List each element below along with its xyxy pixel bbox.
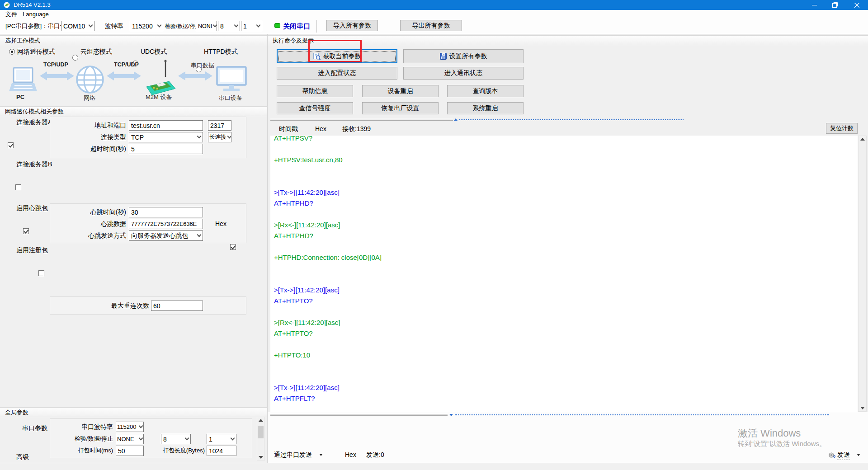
- query-signal-button[interactable]: 查信号强度: [277, 102, 353, 114]
- log-top-splitter[interactable]: [270, 119, 453, 121]
- log-line: [274, 274, 858, 285]
- baud-select[interactable]: 115200: [130, 21, 163, 31]
- server-b-label: 连接服务器B: [16, 159, 52, 169]
- factory-reset-button[interactable]: 恢复出厂设置: [362, 102, 439, 114]
- register-label: 启用注册包: [16, 245, 48, 255]
- reconnect-input[interactable]: [151, 301, 203, 311]
- activate-windows-watermark: 激活 Windows: [738, 427, 801, 440]
- send-icon[interactable]: [828, 451, 835, 459]
- parity-select[interactable]: NONI: [196, 21, 217, 31]
- heartbeat-checkbox[interactable]: [23, 228, 29, 234]
- log-line: AT+HTPTO?: [274, 296, 858, 306]
- radio-cloud-mode[interactable]: [72, 55, 78, 61]
- heartbeat-hex-checkbox[interactable]: [230, 244, 236, 250]
- system-reboot-button[interactable]: 系统重启: [447, 102, 524, 114]
- close-serial-button[interactable]: 关闭串口: [283, 22, 310, 31]
- log-line: AT+HTPHD?: [274, 198, 858, 209]
- databits-select[interactable]: 8: [218, 21, 240, 31]
- arrow-m2m-serial: [178, 70, 212, 81]
- log-area[interactable]: AT+HTPSV? +HTPSV:test.usr.cn,80 >[Tx->][…: [270, 136, 858, 412]
- pack-time-input[interactable]: [116, 446, 144, 456]
- minimize-button[interactable]: [804, 0, 825, 10]
- server-b-checkbox[interactable]: [15, 184, 21, 190]
- device-reboot-button[interactable]: 设备重启: [362, 85, 439, 97]
- menu-file[interactable]: 文件: [3, 10, 20, 19]
- conn-mode-select[interactable]: 长连接: [208, 132, 231, 142]
- help-info-button[interactable]: 帮助信息: [277, 85, 353, 97]
- scroll-down-icon[interactable]: [860, 407, 865, 409]
- menu-language[interactable]: Language: [20, 10, 52, 19]
- reconnect-label: 最大重连次数: [77, 301, 149, 310]
- heartbeat-data-input[interactable]: [129, 219, 203, 229]
- heartbeat-mode-select[interactable]: 向服务器发送心跳包: [129, 230, 203, 241]
- window-title: DR514 V2.1.3: [14, 1, 51, 9]
- pc-serial-label: [PC串口参数]：串口号: [5, 21, 66, 31]
- g-parity-select[interactable]: NONE: [116, 434, 144, 444]
- g-stopbits-value: 1: [209, 436, 212, 443]
- minimize-icon: [812, 3, 817, 8]
- restore-button[interactable]: [825, 0, 845, 10]
- close-button[interactable]: [845, 0, 868, 10]
- reset-count-button[interactable]: 复位计数: [826, 123, 858, 134]
- server-addr-input[interactable]: [129, 120, 203, 131]
- g-databits-value: 8: [163, 436, 167, 443]
- baud-label: 波特率: [105, 21, 123, 31]
- log-line: AT+HTPHD?: [274, 230, 858, 241]
- status-strip: [0, 463, 868, 470]
- send-via-serial-dropdown[interactable]: 通过串口发送: [274, 450, 312, 460]
- arrow-pc-net: [40, 70, 74, 81]
- timeout-input[interactable]: [129, 144, 203, 154]
- panel-divider: [267, 34, 268, 463]
- g-baud-select[interactable]: 115200: [116, 422, 144, 432]
- set-params-label: 设置所有参数: [449, 52, 487, 61]
- enter-comm-button[interactable]: 进入通讯状态: [403, 67, 524, 80]
- left-scrollbar[interactable]: [257, 417, 264, 461]
- send-button[interactable]: 发送: [837, 450, 850, 460]
- chevron-down-icon: [256, 23, 261, 28]
- server-port-input[interactable]: [208, 120, 231, 131]
- radio-net-transparent-mode[interactable]: [9, 49, 15, 55]
- chevron-down-icon: [157, 23, 162, 28]
- log-line: [274, 263, 858, 274]
- heartbeat-time-input[interactable]: [129, 207, 203, 217]
- heartbeat-label: 启用心跳包: [16, 203, 48, 213]
- enter-config-button[interactable]: 进入配置状态: [277, 67, 397, 80]
- pack-time-label: 打包时间(ms): [41, 446, 113, 456]
- server-a-checkbox[interactable]: [8, 142, 14, 148]
- scroll-up-icon[interactable]: [259, 419, 263, 422]
- title-bar: DR514 V2.1.3: [0, 0, 868, 10]
- set-params-button[interactable]: 设置所有参数: [403, 49, 524, 63]
- chevron-down-icon: [139, 424, 143, 428]
- stopbits-select[interactable]: 1: [241, 21, 262, 31]
- log-line: [274, 165, 858, 176]
- log-line: +HTPSV:test.usr.cn,80: [274, 155, 858, 165]
- log-vscrollbar[interactable]: [858, 136, 867, 412]
- parity-label: 检验/数据/停止: [165, 21, 201, 31]
- g-databits-select[interactable]: 8: [161, 434, 191, 444]
- import-params-button[interactable]: 导入所有参数: [326, 20, 378, 31]
- send-chevron-icon[interactable]: [857, 454, 860, 456]
- conn-type-select[interactable]: TCP: [129, 132, 203, 142]
- query-version-button[interactable]: 查询版本: [447, 85, 524, 97]
- scroll-down-icon[interactable]: [259, 456, 263, 459]
- left-scrollbar-thumb[interactable]: [258, 426, 264, 438]
- send-via-chevron-icon[interactable]: [319, 454, 323, 456]
- register-checkbox[interactable]: [38, 270, 44, 276]
- log-hex-label: Hex: [315, 124, 326, 134]
- log-line: AT+HTPFLT?: [274, 393, 858, 404]
- log-line: >[Tx->][11:42:20][asc]: [274, 382, 858, 393]
- serial-device-icon: [216, 66, 247, 94]
- scroll-up-icon[interactable]: [860, 138, 865, 141]
- heartbeat-hex-label: Hex: [215, 219, 226, 229]
- heartbeat-data-label: 心跳数据: [54, 219, 126, 229]
- chevron-down-icon: [213, 23, 217, 28]
- log-bottom-splitter[interactable]: [270, 414, 448, 416]
- export-params-button[interactable]: 导出所有参数: [400, 20, 462, 31]
- chevron-down-icon: [227, 134, 231, 139]
- splitter-down-icon[interactable]: [449, 414, 453, 416]
- com-port-select[interactable]: COM10: [61, 21, 94, 31]
- diagram-link3-label: 串口数据: [191, 61, 214, 70]
- pack-len-input[interactable]: [207, 446, 236, 456]
- splitter-up-icon[interactable]: [454, 118, 458, 121]
- g-stopbits-select[interactable]: 1: [207, 434, 236, 444]
